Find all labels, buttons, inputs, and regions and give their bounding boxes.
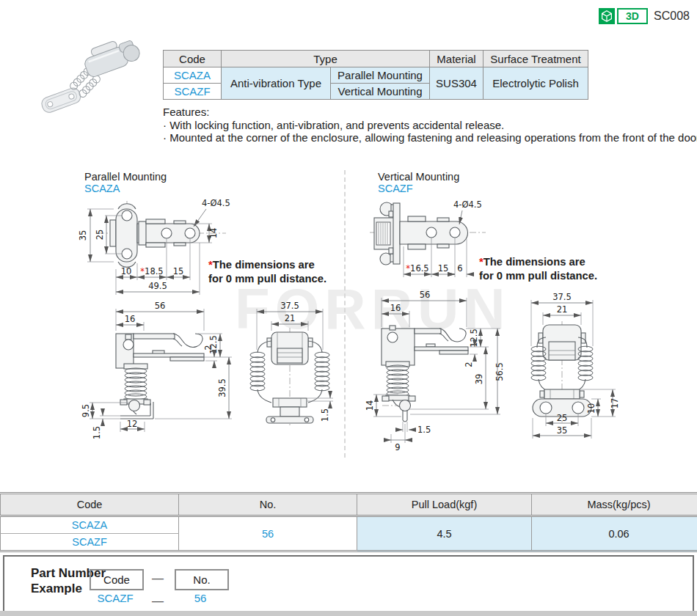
dim-label: 16 (390, 303, 401, 313)
dim-label: 16 (125, 314, 136, 324)
vertical-section-code: SCAZF (378, 183, 413, 194)
spec-mounting-parallel: Parallel Mounting (331, 67, 430, 84)
dim-label: 56.5 (495, 362, 505, 381)
features-block: Features: · With locking function, anti-… (163, 106, 697, 144)
dim-label: 10 (586, 403, 596, 414)
data-col-mass: Mass(kg/pcs) (532, 494, 697, 516)
parallel-front-view-drawing: 37.5 21 1.5 (242, 296, 352, 431)
parallel-note: *The dimensions are for 0 mm pull distan… (208, 258, 326, 286)
parallel-section-code: SCAZA (84, 183, 120, 194)
dim-label: 2 (203, 345, 214, 350)
dim-label: 15 (438, 263, 449, 274)
dim-label: *18.5 (140, 266, 163, 276)
3d-badge[interactable]: 3D (599, 8, 648, 24)
part-number-example-box: Part Number Example Code — No. SCAZF — 5… (3, 555, 694, 612)
dim-label: 39 (474, 374, 484, 385)
spec-type-name: Anti-vibration Type (222, 67, 331, 100)
vertical-front-view-drawing: 37.5 21 10 17 25 35 (512, 292, 648, 446)
dim-label: 49.5 (148, 281, 167, 291)
spec-code-scaza: SCAZA (164, 67, 222, 84)
vertical-note: *The dimensions are for 0 mm pull distan… (479, 255, 597, 283)
spec-surface: Electrolytic Polish (483, 67, 588, 100)
page-part-code: SC008 (654, 10, 690, 23)
hole-label: 4-Ø4.5 (202, 198, 230, 208)
data-col-no: No. (179, 494, 357, 516)
dim-label: 1.5 (417, 425, 431, 435)
vertical-section-title: Vertical Mounting (378, 171, 459, 183)
data-code-scaza: SCAZA (1, 516, 179, 534)
data-col-pull-load: Pull Load(kgf) (357, 494, 532, 516)
dim-label: 25 (557, 413, 568, 423)
pn-example-dash: — (147, 592, 169, 610)
pn-code-box: Code (90, 569, 144, 590)
catalog-page: { "header": {"part_code": "SC008", "badg… (0, 0, 697, 616)
pn-example-code: SCAZF (90, 592, 141, 604)
dim-label: 12.5 (469, 329, 479, 348)
dim-label: 9.5 (81, 404, 91, 417)
3d-label[interactable]: 3D (617, 8, 648, 24)
spec-table: Code Type Material Surface Treatment SCA… (163, 50, 588, 100)
dim-label: 17 (610, 398, 620, 409)
dim-label: 37.5 (280, 301, 299, 311)
dim-label: 2 (464, 362, 474, 367)
spec-header-row: Code Type Material Surface Treatment (164, 51, 588, 67)
cube-3d-icon (599, 8, 615, 24)
spec-code-scazf: SCAZF (164, 84, 222, 100)
pn-dash: — (147, 569, 169, 587)
dim-label: 35 (557, 425, 568, 436)
dim-label: 9 (395, 442, 400, 452)
dim-label: 1.5 (320, 408, 330, 422)
spec-row-scaza: SCAZA Anti-vibration Type Parallel Mount… (164, 67, 588, 84)
data-col-code: Code (1, 494, 179, 516)
vertical-side-view-drawing: 56 16 12.5 2 39 56.5 14 1.5 9 (363, 288, 514, 461)
feature-item: · With locking function, anti-vibration,… (163, 119, 697, 132)
page-footer-bar (0, 611, 697, 616)
dim-label: 21 (285, 313, 296, 323)
data-table: Code No. Pull Load(kgf) Mass(kg/pcs) SCA… (0, 492, 697, 552)
spec-col-code: Code (164, 51, 222, 67)
data-row-scaza: SCAZA 56 4.5 0.06 (1, 516, 697, 534)
pn-example-no: 56 (175, 592, 226, 604)
data-no: 56 (179, 516, 357, 551)
dim-label: 15 (173, 266, 184, 276)
dim-label: 1.5 (92, 426, 102, 439)
dim-label: 56 (420, 290, 431, 300)
spec-material: SUS304 (430, 67, 483, 100)
pn-no-box: No. (175, 569, 229, 590)
dim-label: 37.5 (552, 292, 572, 302)
parallel-side-view-drawing: 56 16 12.5 2 39.5 9.5 1.5 12 (82, 292, 241, 453)
spec-col-material: Material (430, 51, 483, 67)
spec-col-surface: Surface Treatment (483, 51, 588, 67)
dim-label: 10 (121, 266, 132, 276)
hole-label: 4-Ø4.5 (453, 199, 482, 210)
product-image (29, 37, 158, 116)
data-header-row: Code No. Pull Load(kgf) Mass(kg/pcs) (1, 494, 697, 516)
dim-label: 14 (365, 400, 375, 411)
dim-label: 21 (557, 304, 568, 315)
feature-item: · Mounted at the corner of the enclosure… (163, 131, 697, 144)
features-title: Features: (163, 106, 697, 119)
data-mass: 0.06 (532, 516, 697, 551)
dim-label: 35 (78, 230, 88, 241)
dim-label: 12 (127, 419, 138, 429)
dim-label: 6 (457, 263, 462, 274)
dim-label: 25 (95, 230, 105, 241)
dim-label: 39.5 (217, 378, 227, 397)
spec-mounting-vertical: Vertical Mounting (331, 84, 430, 100)
dim-label: *16.5 (406, 263, 428, 274)
dim-label: 56 (155, 301, 166, 311)
data-code-scazf: SCAZF (1, 534, 179, 551)
spec-col-type: Type (222, 51, 430, 67)
dim-label: 12.5 (208, 335, 219, 354)
parallel-section-title: Parallel Mounting (84, 171, 167, 183)
dim-label: 14 (208, 228, 219, 239)
data-pull-load: 4.5 (357, 516, 532, 551)
